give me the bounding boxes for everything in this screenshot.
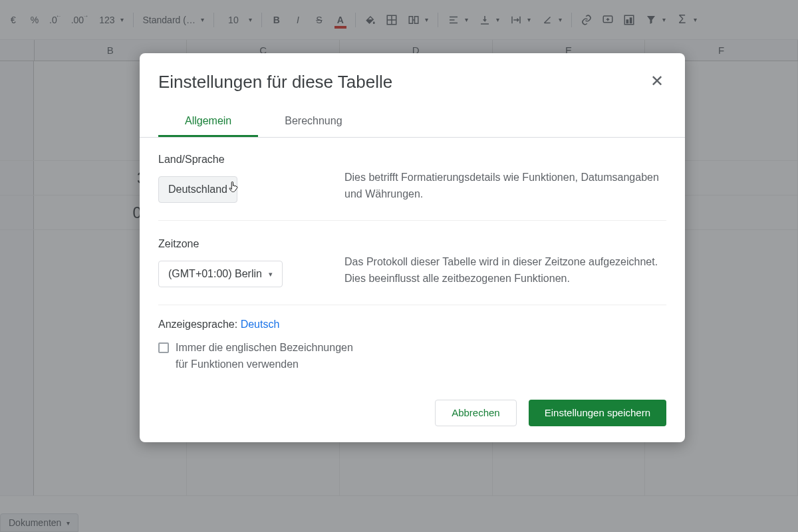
save-settings-button[interactable]: Einstellungen speichern (529, 400, 666, 426)
dialog-title: Einstellungen für diese Tabelle (158, 72, 392, 92)
display-language-label: Anzeigesprache: (158, 319, 241, 330)
locale-help-text: Dies betrifft Formatierungsdetails wie F… (344, 170, 666, 203)
close-icon: ✕ (650, 72, 664, 90)
timezone-value: (GMT+01:00) Berlin (168, 268, 262, 280)
locale-value: Deutschland (168, 184, 227, 196)
spreadsheet-settings-dialog: Einstellungen für diese Tabelle ✕ Allgem… (140, 53, 685, 442)
english-functions-checkbox[interactable] (158, 342, 169, 353)
locale-label: Land/Sprache (158, 154, 318, 166)
tab-general[interactable]: Allgemein (158, 108, 258, 137)
dialog-tabs: Allgemein Berechnung (140, 108, 685, 138)
chevron-down-icon: ▾ (269, 270, 273, 279)
display-language-link[interactable]: Deutsch (241, 319, 280, 330)
timezone-label: Zeitzone (158, 238, 318, 250)
english-functions-label: Immer die englischen Bezeichnungen für F… (176, 340, 364, 373)
pointer-cursor-icon (228, 180, 240, 194)
locale-dropdown[interactable]: Deutschland (158, 176, 237, 203)
timezone-help-text: Das Protokoll dieser Tabelle wird in die… (344, 254, 666, 287)
close-button[interactable]: ✕ (648, 72, 666, 90)
timezone-dropdown[interactable]: (GMT+01:00) Berlin ▾ (158, 261, 283, 287)
tab-calculation[interactable]: Berechnung (258, 108, 368, 137)
cancel-button[interactable]: Abbrechen (435, 400, 517, 426)
